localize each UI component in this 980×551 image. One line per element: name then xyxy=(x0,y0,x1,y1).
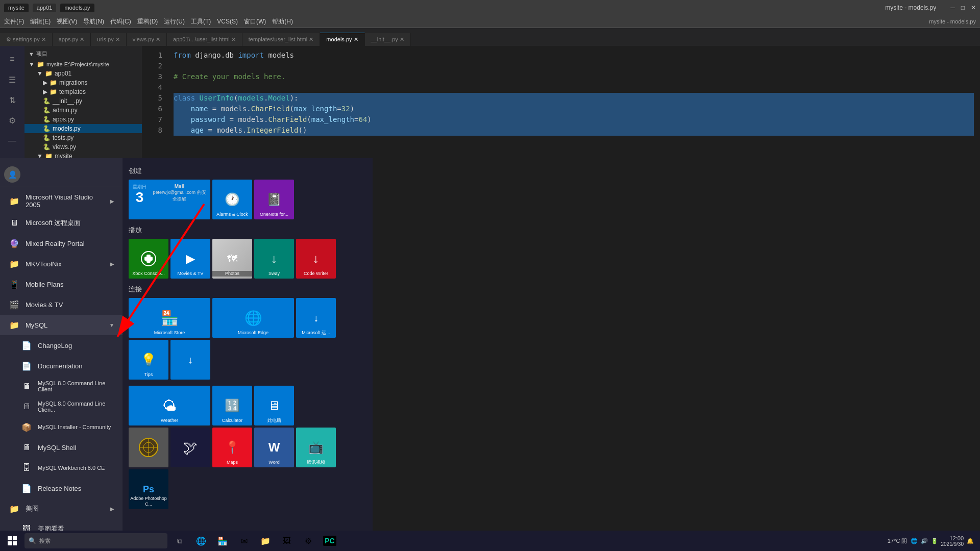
tree-templates[interactable]: ▶📁templates xyxy=(24,87,142,96)
minimize-button[interactable]: ─ xyxy=(950,4,955,11)
app-item-release-notes[interactable]: 📄 Release Notes xyxy=(0,478,122,498)
tile-tencent[interactable]: 📺 腾讯视频 xyxy=(296,428,336,467)
tree-apps[interactable]: 🐍apps.py xyxy=(24,115,142,124)
menu-navigate[interactable]: 导航(N) xyxy=(83,17,104,26)
taskbar-edge[interactable]: 🌐 xyxy=(191,531,211,551)
tree-views[interactable]: 🐍views.py xyxy=(24,142,142,152)
tile-sway[interactable]: ↓ Sway xyxy=(254,239,294,279)
taskbar-store-app[interactable]: 🏪 xyxy=(212,531,233,551)
structure-icon[interactable]: ☰ xyxy=(3,70,21,89)
tile-download[interactable]: ↓ xyxy=(170,340,210,380)
menu-view[interactable]: 视图(V) xyxy=(57,17,77,26)
app-item-meitu-viewer[interactable]: 🖼 美图看看 xyxy=(0,519,122,531)
tree-app01[interactable]: ▼📁app01 xyxy=(24,69,142,78)
app-item-vs2005[interactable]: 📁 Microsoft Visual Studio 2005 ▶ xyxy=(0,189,122,213)
app-item-mysql-cli[interactable]: 🖥 MySQL 8.0 Command Line Client xyxy=(0,376,122,396)
taskbar-search-box[interactable]: 🔍 搜索 xyxy=(24,533,167,548)
tree-admin[interactable]: 🐍admin.py xyxy=(24,106,142,115)
tile-weather[interactable]: 🌤 Weather xyxy=(129,386,210,425)
start-button[interactable] xyxy=(2,531,22,551)
mysql-installer-icon: 📦 xyxy=(20,421,33,433)
clock[interactable]: 12:00 2021/9/30 xyxy=(941,535,964,547)
taskbar-settings-app[interactable]: ⚙ xyxy=(298,531,318,551)
tile-tips[interactable]: 💡 Tips xyxy=(129,340,168,380)
app-item-remote-desktop[interactable]: 🖥 Microsoft 远程桌面 xyxy=(0,213,122,233)
tile-bird[interactable]: 🕊 xyxy=(170,428,210,467)
taskbar-explorer[interactable]: 📁 xyxy=(255,531,276,551)
tab-settings[interactable]: ⚙ settings.py ✕ xyxy=(0,33,53,46)
app-item-movies[interactable]: 🎬 Movies & TV xyxy=(0,294,122,315)
taskview-icon: ⧉ xyxy=(177,537,182,545)
tile-photoshop[interactable]: Ps Adobe Photoshop C... xyxy=(129,469,168,509)
project-tab[interactable]: mysite xyxy=(4,4,29,12)
app-item-changelog[interactable]: 📄 ChangeLog xyxy=(0,335,122,356)
app-item-mixed-reality[interactable]: 🔮 Mixed Reality Portal xyxy=(0,233,122,254)
menu-code[interactable]: 代码(C) xyxy=(110,17,131,26)
tile-word[interactable]: W Word xyxy=(254,428,294,467)
weather-icon: 🌤 xyxy=(162,397,177,414)
menu-help[interactable]: 帮助(H) xyxy=(272,17,293,26)
close-button[interactable]: ✕ xyxy=(971,4,976,11)
taskbar-mail-app[interactable]: ✉ xyxy=(234,531,254,551)
battery-icon[interactable]: 🔋 xyxy=(931,538,938,544)
menu-tools[interactable]: 工具(T) xyxy=(191,17,211,26)
tab-urls[interactable]: urls.py ✕ xyxy=(91,33,126,46)
tree-init-app[interactable]: 🐍__init__.py xyxy=(24,96,142,106)
tab-user-list-templates[interactable]: templates\user_list.html ✕ xyxy=(242,33,321,46)
app-item-docs[interactable]: 📄 Documentation xyxy=(0,356,122,376)
app-tab[interactable]: app01 xyxy=(33,4,57,12)
notifications-icon[interactable]: 🔔 xyxy=(967,538,974,544)
app-item-mysql[interactable]: 📁 MySQL ▼ xyxy=(0,315,122,335)
menu-file[interactable]: 文件(F) xyxy=(4,17,24,26)
taskbar-taskview[interactable]: ⧉ xyxy=(169,531,190,551)
menu-run[interactable]: 运行(U) xyxy=(164,17,185,26)
tree-migrations[interactable]: ▶📁migrations xyxy=(24,78,142,87)
menu-edit[interactable]: 编辑(E) xyxy=(30,17,51,26)
app-item-mkv[interactable]: 📁 MKVToolNix ▶ xyxy=(0,254,122,274)
maximize-button[interactable]: □ xyxy=(961,4,965,11)
minus-icon[interactable]: — xyxy=(3,132,21,150)
tile-code-writer[interactable]: ↓ Code Writer xyxy=(296,239,336,279)
tile-photos[interactable]: 🗺 Photos xyxy=(212,239,252,279)
tab-user-list-app[interactable]: app01\...\user_list.html ✕ xyxy=(167,33,242,46)
tab-init[interactable]: __init__.py ✕ xyxy=(365,33,411,46)
tile-onenote[interactable]: 📓 OneNote for... xyxy=(254,180,294,219)
tab-apps[interactable]: apps.py ✕ xyxy=(53,33,91,46)
settings-icon-side[interactable]: ⚙ xyxy=(3,111,21,130)
tile-mail[interactable]: 星期日 3 Mail peterwjx@gmail.com 的安全提醒 xyxy=(129,180,210,219)
app-item-mysql-workbench[interactable]: 🗄 MySQL Workbench 8.0 CE xyxy=(0,458,122,478)
tile-edge[interactable]: 🌐 Microsoft Edge xyxy=(212,298,294,338)
volume-icon[interactable]: 🔊 xyxy=(921,538,928,544)
menu-vcs[interactable]: VCS(S) xyxy=(217,18,238,25)
app-item-mysql-installer[interactable]: 📦 MySQL Installer - Community xyxy=(0,417,122,437)
app-item-mysql-cli2[interactable]: 🖥 MySQL 8.0 Command Line Clien... xyxy=(0,396,122,417)
tile-store[interactable]: 🏪 Microsoft Store xyxy=(129,298,210,338)
tile-xbox[interactable]: Xbox Console... xyxy=(129,239,168,279)
tree-root[interactable]: ▼📁mysite E:\Projects\mysite xyxy=(24,60,142,69)
remote-label: Microsoft 远... xyxy=(296,330,336,336)
tile-calculator[interactable]: 🔢 Calculator xyxy=(212,386,252,425)
edge-label: Microsoft Edge xyxy=(212,330,294,336)
tree-models[interactable]: 🐍models.py xyxy=(24,124,142,133)
network-icon[interactable]: 🌐 xyxy=(911,538,918,544)
user-avatar[interactable]: 👤 xyxy=(4,166,20,183)
tree-tests[interactable]: 🐍tests.py xyxy=(24,133,142,142)
tile-maps[interactable]: 📍 Maps xyxy=(212,428,252,467)
app-item-meitu[interactable]: 📁 美图 ▶ xyxy=(0,498,122,519)
tile-movies[interactable]: ▶ Movies & TV xyxy=(170,239,210,279)
app-item-mobile[interactable]: 📱 Mobile Plans xyxy=(0,274,122,294)
tile-alarms[interactable]: 🕐 Alarms & Clock xyxy=(212,180,252,219)
app-item-mysql-shell[interactable]: 🖥 MySQL Shell xyxy=(0,437,122,458)
menu-window[interactable]: 窗口(W) xyxy=(244,17,266,26)
taskbar-pycharm[interactable]: PC xyxy=(320,531,340,551)
tile-unknown1[interactable] xyxy=(129,428,168,467)
tab-views[interactable]: views.py ✕ xyxy=(127,33,167,46)
project-icon[interactable]: ≡ xyxy=(3,50,21,68)
tile-remote[interactable]: ↓ Microsoft 远... xyxy=(296,298,336,338)
file-tab[interactable]: models.py xyxy=(60,4,94,12)
nav-icon[interactable]: ⇅ xyxy=(3,91,21,109)
taskbar-photos-app[interactable]: 🖼 xyxy=(277,531,297,551)
tab-models[interactable]: models.py ✕ xyxy=(320,33,364,46)
menu-redo[interactable]: 重构(D) xyxy=(137,17,158,26)
tile-pc[interactable]: 🖥 此电脑 xyxy=(254,386,294,425)
